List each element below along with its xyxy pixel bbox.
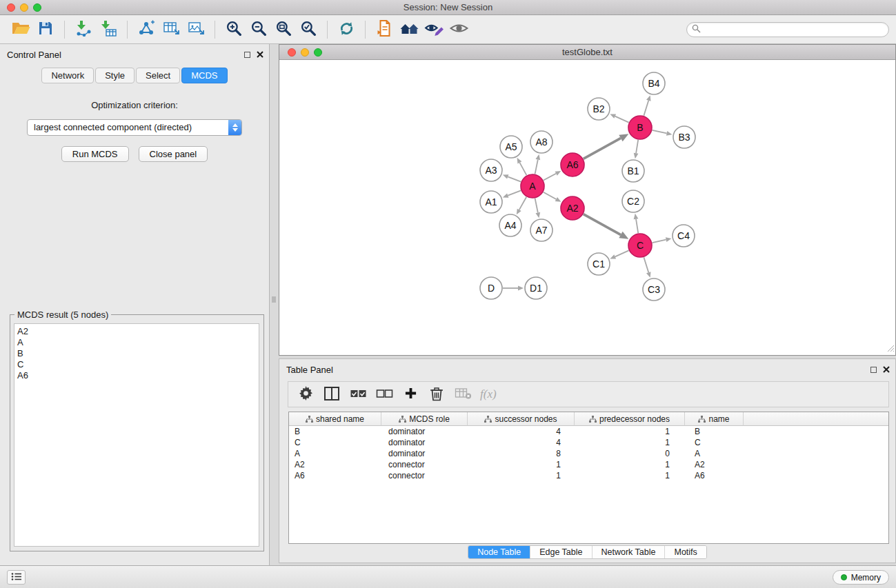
graph-edge-B-B4[interactable] (644, 95, 650, 116)
table-row[interactable]: A2connector11A2 (289, 459, 888, 470)
close-panel-icon[interactable] (257, 50, 263, 60)
graph-edge-C-C2[interactable] (634, 214, 639, 233)
network-zoom-button[interactable] (314, 48, 322, 57)
tab-style[interactable]: Style (95, 68, 135, 83)
graph-edge-A-A7[interactable] (535, 199, 541, 219)
column-chooser-button[interactable] (320, 384, 344, 405)
open-session-button[interactable] (8, 19, 33, 41)
graph-node-A4[interactable]: A4 (499, 214, 521, 236)
import-table-button[interactable] (96, 19, 121, 41)
tab-select[interactable]: Select (136, 68, 180, 83)
delete-table-button[interactable] (451, 384, 475, 405)
graph-edge-A-A5[interactable] (517, 158, 527, 175)
network-minimize-button[interactable] (301, 48, 309, 57)
result-item[interactable]: A2 (17, 326, 256, 337)
add-column-button[interactable] (399, 384, 422, 405)
graph-edge-B-B2[interactable] (610, 114, 628, 122)
graph-edge-A-A3[interactable] (503, 174, 521, 181)
column-header-shared-name[interactable]: shared name (289, 412, 381, 426)
graph-node-A[interactable]: A (521, 174, 544, 198)
graph-node-B3[interactable]: B3 (673, 126, 695, 148)
network-close-button[interactable] (288, 48, 296, 57)
result-item[interactable]: A (17, 337, 256, 348)
graph-edge-A-A6[interactable] (544, 171, 561, 181)
graph-edge-A6-B[interactable] (584, 134, 629, 159)
report-button[interactable] (372, 19, 397, 41)
graph-edge-A-A8[interactable] (535, 154, 541, 174)
graph-edge-A-A4[interactable] (517, 197, 526, 215)
result-item[interactable]: A6 (17, 370, 256, 381)
splitter-grip[interactable] (272, 296, 276, 303)
graph-node-C2[interactable]: C2 (622, 190, 644, 212)
result-item[interactable]: B (17, 348, 256, 359)
home-view-button[interactable] (397, 19, 421, 41)
tab-mcds[interactable]: MCDS (181, 68, 227, 83)
memory-button[interactable]: Memory (833, 570, 889, 585)
task-history-button[interactable] (7, 570, 26, 585)
graph-node-B1[interactable]: B1 (622, 160, 644, 182)
close-window-button[interactable] (7, 3, 15, 12)
close-panel-button[interactable]: Close panel (139, 146, 208, 162)
criterion-dropdown[interactable]: largest connected component (directed) (27, 119, 242, 136)
minimize-window-button[interactable] (20, 3, 28, 12)
column-header-successor-nodes[interactable]: successor nodes (468, 412, 575, 426)
zoom-in-button[interactable] (221, 19, 246, 41)
save-session-button[interactable] (33, 19, 58, 41)
graph-node-C4[interactable]: C4 (673, 225, 695, 247)
graph-node-B2[interactable]: B2 (588, 98, 610, 120)
zoom-selected-button[interactable] (296, 19, 321, 41)
show-hide-button[interactable] (446, 19, 471, 41)
table-row[interactable]: A6connector11A6 (289, 470, 888, 481)
graph-node-A3[interactable]: A3 (480, 159, 502, 181)
deselect-all-button[interactable] (372, 384, 396, 405)
network-canvas[interactable]: AA6A2BCA1A3A4A5A7A8B1B2B3B4C1C2C3C4DD1 (279, 60, 895, 355)
tab-edge-table[interactable]: Edge Table (530, 546, 592, 558)
graph-node-C1[interactable]: C1 (588, 253, 610, 275)
graph-edge-C-C1[interactable] (610, 250, 628, 258)
new-table-button[interactable] (159, 19, 183, 41)
export-image-button[interactable] (183, 19, 208, 41)
column-header-MCDS-role[interactable]: MCDS role (381, 412, 468, 426)
graph-edge-C-C4[interactable] (653, 237, 672, 243)
graph-node-B4[interactable]: B4 (643, 72, 665, 94)
table-row[interactable]: Bdominator41B (289, 426, 888, 437)
tab-motifs[interactable]: Motifs (665, 546, 706, 558)
tab-node-table[interactable]: Node Table (468, 546, 530, 558)
graph-edge-A-A1[interactable] (503, 190, 521, 197)
tab-network-table[interactable]: Network Table (593, 546, 666, 558)
panel-splitter[interactable] (270, 44, 279, 566)
graph-edge-A2-C[interactable] (584, 214, 629, 239)
graph-node-A5[interactable]: A5 (500, 136, 522, 158)
table-row[interactable]: Cdominator41C (289, 437, 888, 448)
zoom-out-button[interactable] (246, 19, 271, 41)
graph-node-D[interactable]: D (480, 277, 502, 299)
float-table-panel-icon[interactable] (870, 367, 877, 373)
graph-edge-B-B1[interactable] (634, 140, 639, 159)
graph-node-A2[interactable]: A2 (561, 196, 584, 220)
tab-network[interactable]: Network (41, 68, 94, 83)
graph-node-A7[interactable]: A7 (530, 219, 552, 241)
graph-node-A6[interactable]: A6 (561, 153, 584, 176)
run-mcds-button[interactable]: Run MCDS (61, 146, 129, 162)
graph-node-A8[interactable]: A8 (530, 131, 552, 153)
import-network-button[interactable] (71, 19, 96, 41)
table-settings-button[interactable] (294, 384, 317, 405)
float-panel-icon[interactable] (244, 52, 250, 58)
select-all-button[interactable] (346, 384, 370, 405)
graph-node-C[interactable]: C (628, 234, 652, 257)
graphics-details-button[interactable] (421, 19, 446, 41)
graph-edge-B-B3[interactable] (653, 130, 673, 136)
graph-node-D1[interactable]: D1 (525, 277, 547, 299)
column-header-name[interactable]: name (685, 412, 744, 426)
graph-node-A1[interactable]: A1 (480, 191, 502, 213)
mcds-result-list[interactable]: A2ABCA6 (14, 323, 259, 547)
graph-edge-C-C3[interactable] (644, 257, 650, 278)
new-network-button[interactable] (134, 19, 159, 41)
delete-column-button[interactable] (425, 384, 448, 405)
result-item[interactable]: C (17, 359, 256, 370)
search-input[interactable] (701, 23, 888, 36)
graph-node-B[interactable]: B (628, 116, 652, 139)
graph-node-C3[interactable]: C3 (643, 278, 665, 301)
graph-edge-D-D1[interactable] (503, 286, 524, 291)
table-row[interactable]: Adominator80A (289, 448, 888, 459)
